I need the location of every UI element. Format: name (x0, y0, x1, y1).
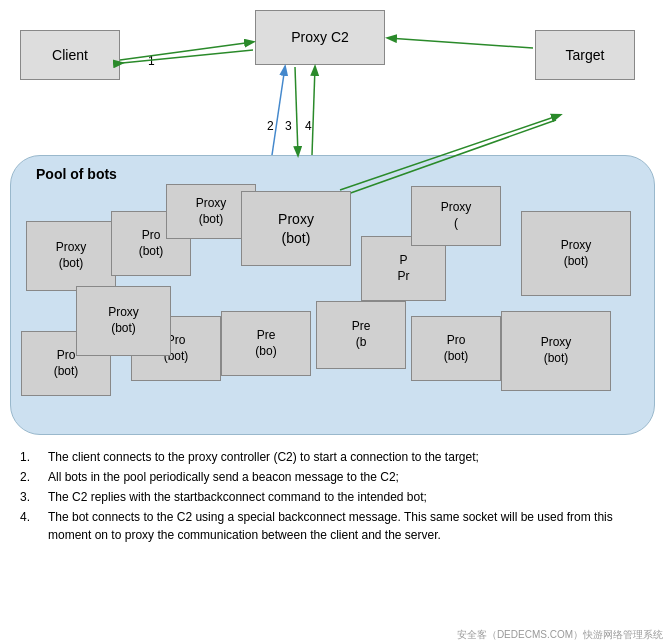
bot-left2: Proxy(bot) (76, 286, 171, 356)
svg-line-6 (272, 67, 285, 155)
bot-bc: Pre(bo) (221, 311, 311, 376)
target-label: Target (566, 46, 605, 64)
target-box: Target (535, 30, 635, 80)
note-text-4: The bot connects to the C2 using a speci… (48, 508, 658, 544)
svg-line-2 (388, 38, 533, 48)
proxy-c2-label: Proxy C2 (291, 28, 349, 46)
bot-bc2: Pre(b (316, 301, 406, 369)
svg-line-7 (295, 67, 298, 155)
client-label: Client (52, 46, 88, 64)
notes-section: 1. The client connects to the proxy cont… (20, 448, 658, 546)
note-num-2: 2. (20, 468, 48, 486)
note-text-1: The client connects to the proxy control… (48, 448, 658, 466)
pool-label: Pool of bots (36, 166, 117, 182)
note-3: 3. The C2 replies with the startbackconn… (20, 488, 658, 506)
arrow-label-1: 1 (148, 54, 155, 68)
note-num-4: 4. (20, 508, 48, 544)
watermark: 安全客（DEDECMS.COM）快游网络管理系统 (457, 628, 663, 642)
note-2: 2. All bots in the pool periodically sen… (20, 468, 658, 486)
svg-text:3: 3 (285, 119, 292, 133)
note-1: 1. The client connects to the proxy cont… (20, 448, 658, 466)
svg-text:4: 4 (305, 119, 312, 133)
note-num-1: 1. (20, 448, 48, 466)
client-box: Client (20, 30, 120, 80)
bot-tr1: Proxy( (411, 186, 501, 246)
svg-text:2: 2 (267, 119, 274, 133)
note-4: 4. The bot connects to the C2 using a sp… (20, 508, 658, 544)
note-text-3: The C2 replies with the startbackconnect… (48, 488, 658, 506)
bot-right1: Proxy(bot) (521, 211, 631, 296)
bot-right2: Proxy(bot) (501, 311, 611, 391)
pool-area: Pool of bots Proxy(bot) Proxy(bot) Pro(b… (10, 155, 655, 435)
svg-line-8 (312, 67, 315, 155)
bot-center: Proxy(bot) (241, 191, 351, 266)
diagram-area: Client Proxy C2 Target Pool of bots Prox… (0, 0, 668, 470)
svg-line-1 (122, 50, 253, 63)
svg-line-0 (120, 42, 253, 60)
note-text-2: All bots in the pool periodically send a… (48, 468, 658, 486)
note-num-3: 3. (20, 488, 48, 506)
bot-br1: Pro(bot) (411, 316, 501, 381)
proxy-c2-box: Proxy C2 (255, 10, 385, 65)
bot-left1: Proxy(bot) (26, 221, 116, 291)
